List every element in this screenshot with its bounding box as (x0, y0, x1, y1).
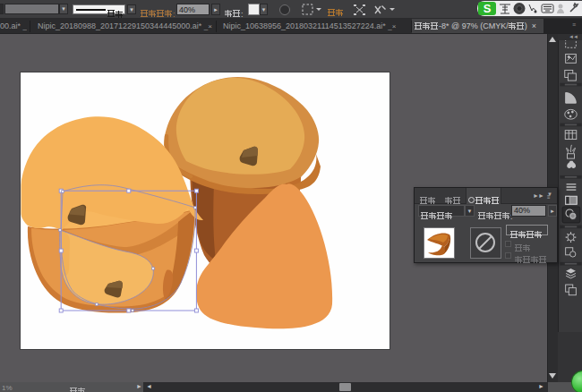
svg-text:S: S (484, 2, 492, 15)
